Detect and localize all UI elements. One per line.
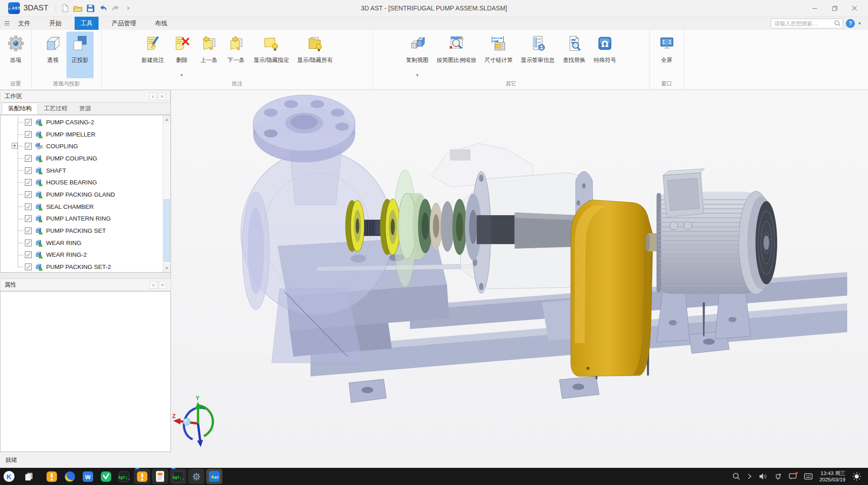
search-input[interactable] (771, 19, 843, 28)
dropdown-caret[interactable]: ▼ (415, 74, 419, 77)
visibility-checkbox[interactable] (25, 167, 32, 174)
visibility-checkbox[interactable] (25, 215, 32, 222)
show-signoff-info-button[interactable]: 显示签审信息 (517, 32, 559, 78)
search-icon[interactable] (834, 20, 841, 28)
tree-item[interactable]: HOUSE BEARING (0, 176, 163, 188)
browser-icon[interactable] (61, 469, 78, 484)
tree-item[interactable]: WEAR RING-2 (0, 249, 163, 261)
taskbar-search-icon[interactable] (732, 472, 741, 480)
redo-button[interactable] (109, 2, 122, 14)
save-button[interactable] (84, 2, 97, 14)
visibility-checkbox[interactable] (25, 203, 32, 210)
previous-annotation-button[interactable]: 上一条 (195, 32, 222, 78)
menu-icon[interactable] (5, 17, 9, 30)
restore-button[interactable] (825, 1, 844, 15)
terminal-icon[interactable]: &gt;_ (116, 469, 132, 484)
tree-item[interactable]: PUMP PACKING SET-2 (0, 261, 163, 273)
tree-item[interactable]: PUMP PACKING SET (0, 225, 163, 237)
visibility-checkbox[interactable] (25, 179, 32, 186)
panel-collapse-icon[interactable]: ∨ (150, 281, 157, 289)
tree-item[interactable]: SHAFT (0, 165, 163, 177)
taskbar-clock[interactable]: 13:43 周三 2025/03/19 (819, 470, 845, 483)
tree-item[interactable]: PUMP PACKING GLAND (0, 188, 163, 201)
start-button[interactable]: K (1, 469, 17, 484)
visibility-checkbox[interactable] (25, 131, 32, 138)
tab-routing[interactable]: 布线 (149, 17, 173, 30)
visibility-checkbox[interactable] (25, 240, 32, 246)
show-hide-specified-button[interactable]: 显示/隐藏指定 (250, 32, 293, 78)
zoom-by-scale-button[interactable]: 按简图比例缩放 (433, 32, 481, 78)
show-desktop-button[interactable] (21, 469, 37, 484)
pump-assembly-model[interactable] (171, 90, 868, 452)
tab-tools[interactable]: 工具 (75, 17, 99, 30)
undo-button[interactable] (97, 2, 109, 14)
next-annotation-button[interactable]: 下一条 (222, 32, 250, 78)
tab-assembly-structure[interactable]: 装配结构 (2, 103, 38, 114)
options-button[interactable]: 选项 (2, 32, 29, 78)
usb-device-icon[interactable] (774, 472, 782, 480)
tree-item[interactable]: PUMP COUPLING (0, 152, 163, 165)
scrollbar-thumb[interactable] (164, 199, 170, 262)
tab-home[interactable]: 开始 (43, 17, 67, 30)
visibility-checkbox[interactable] (25, 155, 32, 162)
notes-app-icon[interactable] (152, 469, 168, 484)
scroll-up-icon[interactable]: ▲ (163, 115, 170, 123)
tree-item[interactable]: WEAR RING (0, 237, 163, 249)
panel-close-icon[interactable]: ✕ (158, 93, 166, 100)
new-document-button[interactable] (59, 2, 71, 14)
orthographic-button[interactable]: 正投影 (66, 32, 94, 78)
input-method-icon[interactable] (804, 473, 813, 480)
tab-file[interactable]: 文件 (12, 17, 36, 30)
scroll-down-icon[interactable]: ▼ (163, 264, 170, 272)
visibility-checkbox[interactable] (25, 119, 32, 126)
visibility-checkbox[interactable] (25, 264, 32, 270)
show-hide-all-button[interactable]: 显示/隐藏所有 (293, 32, 337, 78)
delete-annotation-button[interactable]: 删除 ▼ (168, 32, 195, 78)
tab-product-management[interactable]: 产品管理 (106, 17, 142, 30)
dropdown-caret[interactable]: ▼ (180, 74, 184, 77)
new-annotation-button[interactable]: 新建批注 (137, 32, 168, 78)
visibility-checkbox[interactable] (25, 251, 32, 258)
wps-icon[interactable]: W (80, 469, 96, 484)
dimension-chain-button[interactable]: 尺寸链计算 (481, 32, 517, 78)
tree-item[interactable]: SEAL CHAMBER (0, 201, 163, 213)
tree-scrollbar[interactable]: ▲ ▼ (163, 115, 170, 272)
minimize-button[interactable] (805, 1, 825, 15)
visibility-checkbox[interactable] (25, 227, 32, 234)
perspective-button[interactable]: 透视 (39, 32, 66, 78)
settings-gear-icon[interactable] (188, 469, 204, 484)
copy-view-button[interactable]: 复制视图 ▼ (402, 32, 433, 78)
tab-resources[interactable]: 资源 (73, 103, 97, 114)
ast-app-icon[interactable]: ST (206, 469, 222, 484)
visibility-checkbox[interactable] (25, 191, 32, 198)
brightness-icon[interactable] (852, 471, 862, 481)
green-messenger-icon[interactable] (98, 469, 114, 484)
panel-close-icon[interactable]: ✕ (159, 281, 166, 289)
help-button[interactable]: ? (846, 19, 855, 28)
open-file-button[interactable] (71, 2, 84, 14)
tree-item-label: HOUSE BEARING (46, 179, 97, 186)
orange-app-icon[interactable] (43, 469, 60, 484)
notification-icon[interactable] (788, 472, 797, 480)
group-label-window: 窗口 (650, 80, 684, 88)
tray-expand-icon[interactable] (747, 473, 752, 480)
tree-item[interactable]: COUPLING (0, 140, 163, 152)
viewport-3d[interactable]: Z Y (171, 90, 868, 452)
volume-icon[interactable] (759, 472, 768, 480)
tab-process[interactable]: 工艺过程 (38, 103, 73, 114)
close-button[interactable] (844, 1, 864, 15)
fullscreen-button[interactable]: 全屏 (653, 32, 680, 78)
find-replace-button[interactable]: 查找替换 (559, 32, 590, 78)
tree-item[interactable]: PUMP CASING-2 (0, 116, 163, 128)
tree-item[interactable]: PUMP IMPELLER (0, 128, 163, 141)
terminal-icon-running[interactable]: &gt;_ (170, 469, 186, 484)
more-commands-button[interactable] (122, 2, 135, 14)
tree-item-label: COUPLING (46, 143, 78, 150)
special-symbol-button[interactable]: Ω 特殊符号 (590, 32, 620, 78)
orange-app-icon-running[interactable] (134, 469, 150, 484)
tree-item[interactable]: PUMP LANTERN RING (0, 213, 163, 225)
panel-collapse-icon[interactable]: ∨ (149, 93, 157, 100)
expander-icon[interactable] (12, 143, 18, 149)
help-dropdown-caret[interactable]: ▼ (858, 21, 862, 26)
visibility-checkbox[interactable] (25, 143, 32, 150)
